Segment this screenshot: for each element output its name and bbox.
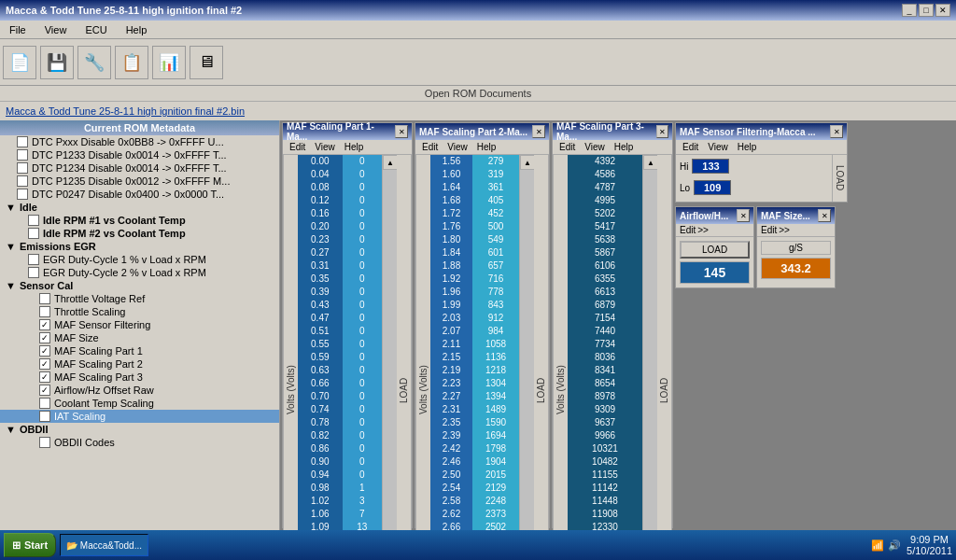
menu-ecu[interactable]: ECU xyxy=(79,23,112,36)
sidebar-item-15[interactable]: ✓MAF Size xyxy=(0,331,279,344)
table-cell[interactable]: 0.55 xyxy=(298,338,343,351)
table-cell[interactable]: 2.58 xyxy=(430,495,472,508)
table-cell[interactable]: 2.66 xyxy=(430,521,472,530)
panel1-close[interactable]: ✕ xyxy=(395,125,408,138)
sidebar-item-11[interactable]: ▼Sensor Cal xyxy=(0,279,279,292)
table-cell[interactable]: 1 xyxy=(343,482,382,495)
sidebar-item-8[interactable]: ▼Emissions EGR xyxy=(0,240,279,253)
table-cell[interactable]: 11448 xyxy=(568,495,642,508)
table-cell[interactable]: 1.60 xyxy=(430,168,472,181)
sensor-panel-close[interactable]: ✕ xyxy=(830,125,843,138)
table-cell[interactable]: 0.98 xyxy=(298,482,343,495)
sidebar-item-4[interactable]: DTC P0247 Disable 0x0400 -> 0x0000 T... xyxy=(0,188,279,201)
table-cell[interactable]: 0.20 xyxy=(298,220,343,233)
table-cell[interactable]: 0 xyxy=(343,246,382,259)
table-cell[interactable]: 5202 xyxy=(568,207,642,220)
table-cell[interactable]: 6106 xyxy=(568,259,642,273)
airflow-edit[interactable]: Edit xyxy=(680,225,696,235)
table-cell[interactable]: 0.04 xyxy=(298,168,343,181)
table-cell[interactable]: 2.35 xyxy=(430,416,472,429)
table-cell[interactable]: 11908 xyxy=(568,508,642,521)
table-cell[interactable]: 2.50 xyxy=(430,469,472,482)
table-cell[interactable]: 0 xyxy=(343,233,382,246)
table-cell[interactable]: 2.39 xyxy=(430,429,472,442)
table-cell[interactable]: 9309 xyxy=(568,403,642,416)
table-cell[interactable]: 0.39 xyxy=(298,286,343,299)
table-cell[interactable]: 405 xyxy=(472,194,519,207)
panel1-edit[interactable]: Edit xyxy=(287,141,308,153)
table-cell[interactable]: 0 xyxy=(343,155,382,168)
table-cell[interactable]: 0 xyxy=(343,351,382,364)
table-cell[interactable]: 2.07 xyxy=(430,325,472,338)
sidebar-item-1[interactable]: DTC P1233 Disable 0x0014 -> 0xFFFF T... xyxy=(0,148,279,161)
table-cell[interactable]: 10482 xyxy=(568,455,642,469)
table-cell[interactable]: 657 xyxy=(472,259,519,273)
table-cell[interactable]: 1.88 xyxy=(430,259,472,273)
table-cell[interactable]: 500 xyxy=(472,220,519,233)
table-cell[interactable]: 0.59 xyxy=(298,351,343,364)
file-path[interactable]: Macca & Todd Tune 25-8-11 high ignition … xyxy=(0,102,956,120)
table-cell[interactable]: 3 xyxy=(343,495,382,508)
table-cell[interactable]: 8036 xyxy=(568,351,642,364)
table-cell[interactable]: 1.06 xyxy=(298,508,343,521)
table-cell[interactable]: 2.42 xyxy=(430,442,472,455)
sidebar-item-23[interactable]: OBDII Codes xyxy=(0,436,279,449)
table-cell[interactable]: 0.43 xyxy=(298,299,343,312)
table-cell[interactable]: 1136 xyxy=(472,351,519,364)
save-button[interactable]: 💾 xyxy=(40,46,74,79)
table-cell[interactable]: 2.54 xyxy=(430,482,472,495)
tool3-button[interactable]: 🔧 xyxy=(77,46,111,79)
sidebar-item-18[interactable]: ✓MAF Scaling Part 3 xyxy=(0,371,279,384)
panel3-close[interactable]: ✕ xyxy=(656,125,668,138)
panel1-table-container[interactable]: 0.0000.0400.0800.1200.1600.2000.2300.270… xyxy=(298,155,382,530)
table-cell[interactable]: 0 xyxy=(343,338,382,351)
table-cell[interactable]: 0 xyxy=(343,168,382,181)
table-cell[interactable]: 6879 xyxy=(568,299,642,312)
table-cell[interactable]: 0.23 xyxy=(298,233,343,246)
table-cell[interactable]: 0 xyxy=(343,207,382,220)
table-cell[interactable]: 2.03 xyxy=(430,312,472,325)
table-cell[interactable]: 0 xyxy=(343,273,382,286)
table-cell[interactable]: 0.12 xyxy=(298,194,343,207)
panel3-table-container[interactable]: 4392458647874995520254175638586761066355… xyxy=(568,155,642,530)
table-cell[interactable]: 0 xyxy=(343,377,382,390)
sidebar-item-16[interactable]: ✓MAF Scaling Part 1 xyxy=(0,344,279,357)
table-cell[interactable]: 2.11 xyxy=(430,338,472,351)
table-cell[interactable]: 1.72 xyxy=(430,207,472,220)
table-cell[interactable]: 0.90 xyxy=(298,455,343,469)
table-cell[interactable]: 2.46 xyxy=(430,455,472,469)
table-cell[interactable]: 1798 xyxy=(472,442,519,455)
table-cell[interactable]: 1218 xyxy=(472,364,519,377)
panel2-table-container[interactable]: 1.562791.603191.643611.684051.724521.765… xyxy=(430,155,519,530)
table-cell[interactable]: 13 xyxy=(343,521,382,530)
table-cell[interactable]: 0.51 xyxy=(298,325,343,338)
sidebar-item-3[interactable]: DTC P1235 Disable 0x0012 -> 0xFFFF M... xyxy=(0,175,279,188)
panel3-view[interactable]: View xyxy=(582,141,608,153)
panel3-help[interactable]: Help xyxy=(612,141,637,153)
maf-size-close[interactable]: ✕ xyxy=(818,209,831,222)
table-cell[interactable]: 7 xyxy=(343,508,382,521)
sidebar-item-12[interactable]: Throttle Voltage Ref xyxy=(0,292,279,305)
airflow-value[interactable]: 145 xyxy=(680,261,750,284)
table-cell[interactable]: 9637 xyxy=(568,416,642,429)
sidebar-item-10[interactable]: EGR Duty-Cycle 2 % v Load x RPM xyxy=(0,266,279,279)
maf-size-arrows[interactable]: >> xyxy=(779,225,790,235)
table-cell[interactable]: 0.08 xyxy=(298,181,343,194)
table-cell[interactable]: 8654 xyxy=(568,377,642,390)
table-cell[interactable]: 1.68 xyxy=(430,194,472,207)
table-cell[interactable]: 549 xyxy=(472,233,519,246)
table-cell[interactable]: 361 xyxy=(472,181,519,194)
minimize-button[interactable]: _ xyxy=(902,4,917,17)
tool4-button[interactable]: 📋 xyxy=(115,46,148,79)
table-cell[interactable]: 2.27 xyxy=(430,390,472,403)
table-cell[interactable]: 0.94 xyxy=(298,469,343,482)
table-cell[interactable]: 716 xyxy=(472,273,519,286)
table-cell[interactable]: 2015 xyxy=(472,469,519,482)
table-cell[interactable]: 0.47 xyxy=(298,312,343,325)
table-cell[interactable]: 0.66 xyxy=(298,377,343,390)
panel3-scroll-up[interactable]: ▲ xyxy=(643,155,658,170)
table-cell[interactable]: 7440 xyxy=(568,325,642,338)
table-cell[interactable]: 4392 xyxy=(568,155,642,168)
table-cell[interactable]: 0.00 xyxy=(298,155,343,168)
table-cell[interactable]: 0 xyxy=(343,442,382,455)
